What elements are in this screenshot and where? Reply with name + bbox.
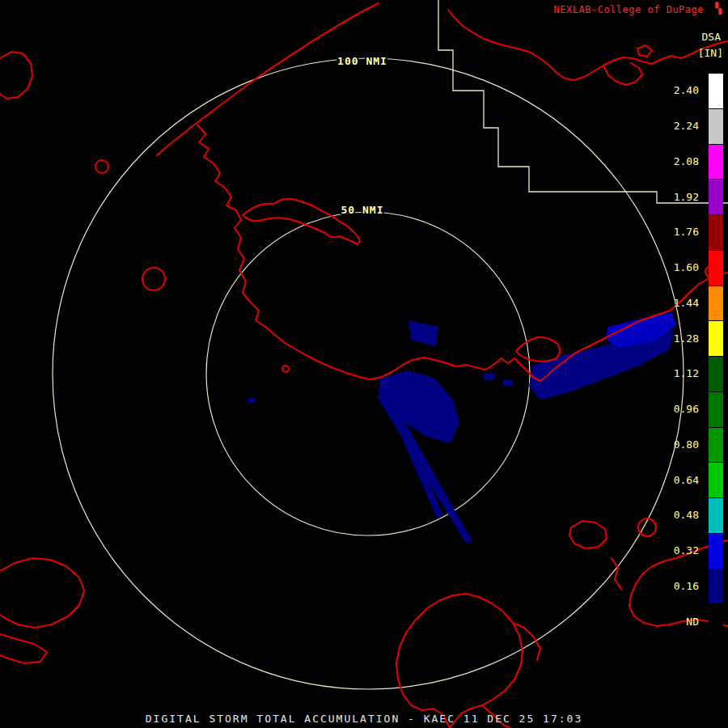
colorbar-entry: 1.28: [674, 320, 723, 356]
range-ring-label-100: 100 NMI: [337, 55, 387, 67]
colorbar-swatch: [709, 320, 723, 356]
colorbar-units: [IN]: [698, 47, 723, 59]
colorbar-value-label: 0.96: [674, 403, 699, 415]
colorbar-entry: 0.48: [674, 497, 723, 533]
colorbar-entry: 0.80: [674, 427, 723, 463]
colorbar-entry: 1.44: [674, 286, 723, 321]
colorbar-entry: 1.76: [674, 214, 723, 250]
colorbar-entry: 0.16: [674, 569, 723, 604]
colorbar-title: DSA: [702, 31, 721, 43]
colorbar-swatch: [709, 286, 723, 321]
colorbar-value-label: 0.80: [674, 438, 699, 451]
colorbar-swatch: [709, 73, 723, 108]
echo-speckle: [503, 380, 513, 386]
range-ring-label-50: 50 NMI: [341, 204, 384, 216]
coastline-arc-northwest: [157, 3, 379, 155]
colorbar-swatch: [709, 214, 723, 250]
colorbar-value-label: 0.48: [674, 509, 699, 521]
colorbar-swatch: [709, 108, 723, 144]
radar-viewer: 100 NMI 50 NMI NEXLAB-College of DuPage …: [0, 0, 728, 728]
colorbar-swatch: [709, 603, 723, 639]
echo-speckle: [248, 398, 256, 403]
lake-south-appendage: [513, 623, 540, 660]
colorbar-swatch: [709, 462, 723, 497]
colorbar-value-label: ND: [686, 616, 699, 628]
small-lake-circle: [142, 268, 165, 290]
colorbar-entry: 2.40: [674, 73, 723, 108]
colorbar-value-label: 2.24: [674, 120, 699, 132]
island-southeast: [569, 521, 607, 548]
colorbar-value-label: 1.44: [674, 297, 699, 309]
coastline-southwest-strip: [0, 634, 47, 663]
colorbar-swatch: [709, 356, 723, 392]
colorbar-value-label: 0.16: [674, 580, 699, 592]
colorbar-swatch: [709, 497, 723, 533]
colorbar-entry: 0.64: [674, 462, 723, 497]
product-title-text: DIGITAL STORM TOTAL ACCUMULATION - KAEC …: [146, 713, 582, 725]
coastline-southwest-blob: [0, 558, 84, 628]
colorbar-swatch: [709, 179, 723, 214]
colorbar-entry: 1.60: [674, 250, 723, 286]
colorbar-entry: 2.08: [674, 144, 723, 180]
colorbar-swatch: [709, 427, 723, 463]
colorbar-entry: 0.32: [674, 533, 723, 569]
radar-echoes: [248, 312, 676, 544]
coastline-west-blob: [0, 52, 32, 99]
colorbar-value-label: 2.08: [674, 155, 699, 167]
coastline-northeast-islet: [637, 45, 652, 57]
colorbar-entry: 0.96: [674, 392, 723, 427]
colorbar-entry: ND: [674, 603, 723, 639]
echo-speckle: [484, 374, 495, 380]
range-ring-50nmi: [206, 212, 530, 535]
coastline-southeast-squiggle: [612, 558, 621, 589]
brand-logo-icon: ▚: [715, 2, 722, 15]
colorbar-entry: 1.12: [674, 356, 723, 392]
colorbar-value-label: 1.12: [674, 367, 699, 379]
colorbar-swatch: [709, 392, 723, 427]
colorbar-value-label: 1.76: [674, 226, 699, 238]
echo-north-patch: [408, 320, 438, 346]
coastline-northeast-branch: [603, 63, 642, 85]
colorbar-swatch: [709, 569, 723, 604]
colorbar-value-label: 2.40: [674, 84, 699, 96]
coastline-northeast: [448, 10, 728, 80]
small-lake-circle: [282, 366, 289, 372]
colorbar-entry: 2.24: [674, 108, 723, 144]
colorbar-value-label: 0.32: [674, 544, 699, 557]
colorbar-swatch: [709, 533, 723, 569]
colorbar-value-label: 1.92: [674, 191, 699, 203]
colorbar-value-label: 1.60: [674, 261, 699, 273]
colorbar-swatch: [709, 250, 723, 286]
colorbar-swatch: [709, 144, 723, 180]
island-outline: [516, 337, 560, 362]
radar-map-canvas: 100 NMI 50 NMI: [0, 0, 728, 728]
colorbar-value-label: 0.64: [674, 474, 699, 486]
lake-outline-south: [396, 594, 523, 728]
colorbar-value-label: 1.28: [674, 332, 699, 345]
colorbar-entry: 1.92: [674, 179, 723, 214]
brand-text: NEXLAB-College of DuPage: [554, 4, 704, 15]
small-lake-circle: [95, 160, 108, 173]
colorbar-scale: 2.402.242.081.921.761.601.441.281.120.96…: [674, 73, 723, 639]
